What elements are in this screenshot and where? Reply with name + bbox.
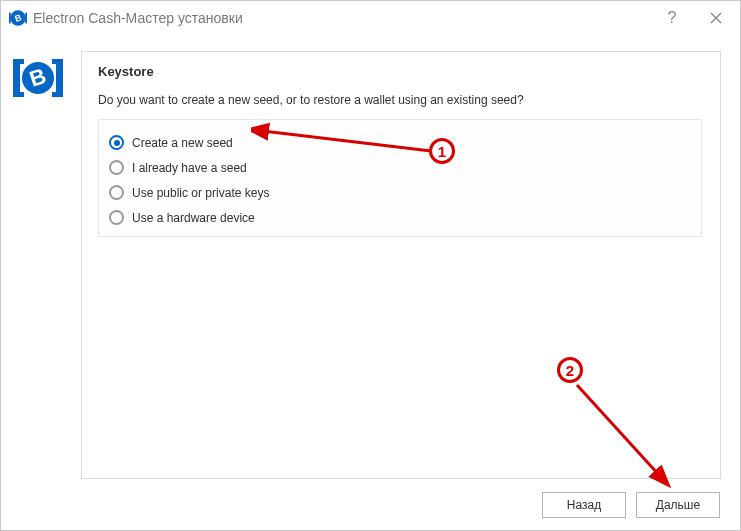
back-button[interactable]: Назад bbox=[542, 492, 626, 518]
svg-rect-4 bbox=[13, 59, 20, 97]
title-subtitle: Мастер установки bbox=[126, 10, 243, 26]
panel-heading: Keystore bbox=[98, 64, 704, 79]
annotation-marker-1: 1 bbox=[429, 138, 455, 164]
annotation-marker-2-label: 2 bbox=[566, 362, 574, 379]
radio-icon bbox=[109, 185, 124, 200]
body-area: B Keystore Do you want to create a new s… bbox=[1, 35, 740, 530]
annotation-marker-2: 2 bbox=[557, 357, 583, 383]
panel-prompt: Do you want to create a new seed, or to … bbox=[98, 93, 704, 107]
title-app-name: Electron Cash bbox=[33, 10, 121, 26]
radio-icon bbox=[109, 210, 124, 225]
app-window: B Electron Cash - Мастер установки ? bbox=[0, 0, 741, 531]
footer-buttons: Назад Дальше bbox=[542, 492, 720, 518]
svg-rect-3 bbox=[25, 13, 27, 24]
main-panel: Keystore Do you want to create a new see… bbox=[81, 51, 721, 479]
close-button[interactable] bbox=[694, 3, 738, 33]
svg-rect-5 bbox=[13, 59, 24, 64]
brand-logo: B bbox=[13, 53, 63, 103]
radio-icon bbox=[109, 135, 124, 150]
option-use-keys[interactable]: Use public or private keys bbox=[109, 180, 691, 205]
option-hardware-device[interactable]: Use a hardware device bbox=[109, 205, 691, 230]
option-label: Use public or private keys bbox=[132, 186, 269, 200]
option-label: Create a new seed bbox=[132, 136, 233, 150]
option-create-new-seed[interactable]: Create a new seed bbox=[109, 130, 691, 155]
option-already-have-seed[interactable]: I already have a seed bbox=[109, 155, 691, 180]
svg-rect-9 bbox=[52, 92, 63, 97]
svg-rect-6 bbox=[13, 92, 24, 97]
titlebar: B Electron Cash - Мастер установки ? bbox=[1, 1, 740, 35]
app-icon: B bbox=[9, 9, 27, 27]
option-label: Use a hardware device bbox=[132, 211, 255, 225]
option-label: I already have a seed bbox=[132, 161, 247, 175]
svg-rect-8 bbox=[52, 59, 63, 64]
help-button[interactable]: ? bbox=[650, 3, 694, 33]
radio-icon bbox=[109, 160, 124, 175]
keystore-options: Create a new seed I already have a seed … bbox=[98, 119, 702, 237]
svg-rect-7 bbox=[56, 59, 63, 97]
next-button[interactable]: Дальше bbox=[636, 492, 720, 518]
annotation-marker-1-label: 1 bbox=[438, 143, 446, 160]
svg-rect-2 bbox=[9, 13, 11, 24]
